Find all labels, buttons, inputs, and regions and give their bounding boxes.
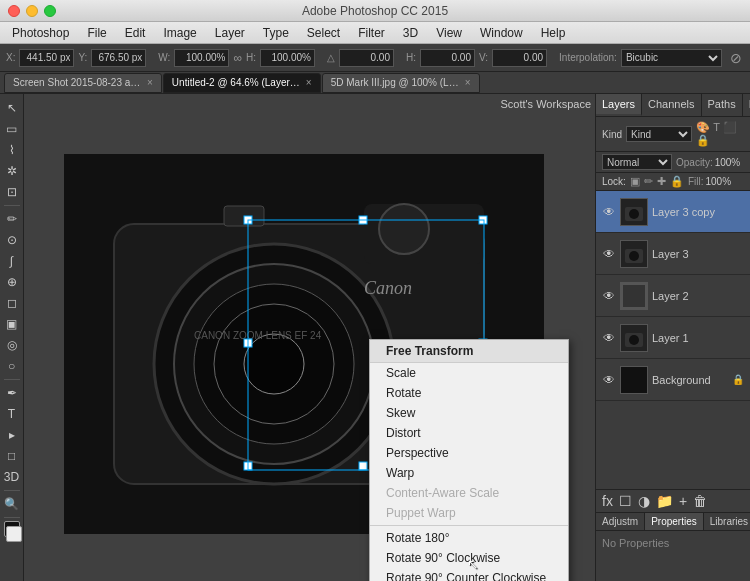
x-input[interactable]: [19, 49, 74, 67]
window-controls[interactable]: [8, 5, 56, 17]
tab-history[interactable]: History: [743, 94, 750, 116]
tool-clone[interactable]: ⊕: [2, 272, 22, 292]
ctx-rotate90ccw[interactable]: Rotate 90° Counter Clockwise: [370, 568, 568, 581]
layer-adjustment-button[interactable]: ◑: [638, 493, 650, 509]
tool-blur[interactable]: ◎: [2, 335, 22, 355]
layer-mask-button[interactable]: ☐: [619, 493, 632, 509]
tab-close[interactable]: ×: [306, 77, 312, 88]
delete-layer-button[interactable]: 🗑: [693, 493, 707, 509]
layer-group-button[interactable]: 📁: [656, 493, 673, 509]
tab-close[interactable]: ×: [465, 77, 471, 88]
lock-row: Lock: ▣ ✏ ✚ 🔒 Fill: 100%: [596, 173, 750, 191]
tool-text[interactable]: T: [2, 404, 22, 424]
layer-visibility-layer3copy[interactable]: 👁: [602, 205, 616, 219]
tab-channels[interactable]: Channels: [642, 94, 701, 116]
w-input[interactable]: [174, 49, 229, 67]
ctx-rotate90cw[interactable]: Rotate 90° Clockwise: [370, 548, 568, 568]
menu-3d[interactable]: 3D: [395, 24, 426, 42]
layer-visibility-layer1[interactable]: 👁: [602, 331, 616, 345]
y-label: Y:: [78, 52, 87, 63]
tool-move[interactable]: ↖: [2, 98, 22, 118]
tab-layers[interactable]: Layers: [596, 94, 642, 116]
minimize-button[interactable]: [26, 5, 38, 17]
layer-thumb-layer2: [620, 282, 648, 310]
layer-item-layer1[interactable]: 👁 Layer 1: [596, 317, 750, 359]
lock-paint-icon[interactable]: ✏: [644, 175, 653, 188]
menu-layer[interactable]: Layer: [207, 24, 253, 42]
ctx-scale[interactable]: Scale: [370, 363, 568, 383]
tool-spot-heal[interactable]: ⊙: [2, 230, 22, 250]
layer-item-background[interactable]: 👁 Background 🔒: [596, 359, 750, 401]
tool-eraser[interactable]: ◻: [2, 293, 22, 313]
tab-properties[interactable]: Properties: [645, 513, 704, 530]
kind-select[interactable]: Kind: [626, 126, 692, 142]
tool-select-rect[interactable]: ▭: [2, 119, 22, 139]
tool-gradient[interactable]: ▣: [2, 314, 22, 334]
menu-window[interactable]: Window: [472, 24, 531, 42]
layer-item-layer2[interactable]: 👁 Layer 2: [596, 275, 750, 317]
canvas-area[interactable]: CANON ZOOM LENS EF 24 Canon: [24, 94, 595, 581]
tool-crop[interactable]: ⊡: [2, 182, 22, 202]
close-button[interactable]: [8, 5, 20, 17]
tab-close[interactable]: ×: [147, 77, 153, 88]
tool-path-select[interactable]: ▸: [2, 425, 22, 445]
h-input[interactable]: [260, 49, 315, 67]
ctx-perspective[interactable]: Perspective: [370, 443, 568, 463]
menu-edit[interactable]: Edit: [117, 24, 154, 42]
tool-dodge[interactable]: ○: [2, 356, 22, 376]
tool-brush[interactable]: ∫: [2, 251, 22, 271]
maximize-button[interactable]: [44, 5, 56, 17]
workspace-label: Scott's Workspace: [500, 98, 591, 110]
layer-visibility-background[interactable]: 👁: [602, 373, 616, 387]
layer-name-layer2: Layer 2: [652, 290, 744, 302]
tab-paths[interactable]: Paths: [702, 94, 743, 116]
tool-zoom[interactable]: 🔍: [2, 494, 22, 514]
interpolation-select[interactable]: Bicubic Bilinear Nearest Neighbor: [621, 49, 722, 67]
ctx-rotate[interactable]: Rotate: [370, 383, 568, 403]
new-layer-button[interactable]: +: [679, 493, 687, 509]
window-title: Adobe Photoshop CC 2015: [302, 4, 448, 18]
ctx-skew[interactable]: Skew: [370, 403, 568, 423]
menu-view[interactable]: View: [428, 24, 470, 42]
tab-libraries[interactable]: Libraries: [704, 513, 750, 530]
layer-visibility-layer3[interactable]: 👁: [602, 247, 616, 261]
menu-help[interactable]: Help: [533, 24, 574, 42]
layer-item-layer3copy[interactable]: 👁 Layer 3 copy: [596, 191, 750, 233]
layer-fx-button[interactable]: fx: [602, 493, 613, 509]
tool-lasso[interactable]: ⌇: [2, 140, 22, 160]
lock-all-icon[interactable]: 🔒: [670, 175, 684, 188]
y-input[interactable]: [91, 49, 146, 67]
tab-5dmark3[interactable]: 5D Mark III.jpg @ 100% (Layer 1, RGB/...…: [322, 73, 480, 93]
ctx-warp[interactable]: Warp: [370, 463, 568, 483]
tab-untitled2[interactable]: Untitled-2 @ 64.6% (Layer 3 copy, RGB/8)…: [163, 73, 321, 93]
menu-image[interactable]: Image: [155, 24, 204, 42]
lock-transparent-icon[interactable]: ▣: [630, 175, 640, 188]
tool-pen[interactable]: ✒: [2, 383, 22, 403]
layer-visibility-layer2[interactable]: 👁: [602, 289, 616, 303]
ctx-rotate180[interactable]: Rotate 180°: [370, 528, 568, 548]
layer-thumb-background: [620, 366, 648, 394]
layer-item-layer3[interactable]: 👁 Layer 3: [596, 233, 750, 275]
svg-point-26: [629, 251, 639, 261]
tool-magic-wand[interactable]: ✲: [2, 161, 22, 181]
blend-mode-select[interactable]: Normal Multiply Screen: [602, 154, 672, 170]
ctx-distort[interactable]: Distort: [370, 423, 568, 443]
menu-photoshop[interactable]: Photoshop: [4, 24, 77, 42]
menu-select[interactable]: Select: [299, 24, 348, 42]
skewv-input[interactable]: [492, 49, 547, 67]
layer-thumb-layer3copy: [620, 198, 648, 226]
menu-filter[interactable]: Filter: [350, 24, 393, 42]
tab-adjustments[interactable]: Adjustm: [596, 513, 645, 530]
tab-screenshot[interactable]: Screen Shot 2015-08-23 at 3.17.09 PM.jpg…: [4, 73, 162, 93]
tool-3d[interactable]: 3D: [2, 467, 22, 487]
menu-file[interactable]: File: [79, 24, 114, 42]
menu-type[interactable]: Type: [255, 24, 297, 42]
opacity-label: Opacity:: [676, 157, 713, 168]
cancel-transform-icon[interactable]: ⊘: [730, 50, 742, 66]
rotation-input[interactable]: [339, 49, 394, 67]
lock-move-icon[interactable]: ✚: [657, 175, 666, 188]
tool-eyedropper[interactable]: ✏: [2, 209, 22, 229]
tool-shape[interactable]: □: [2, 446, 22, 466]
tool-background-color[interactable]: [6, 526, 22, 542]
skewh-input[interactable]: [420, 49, 475, 67]
